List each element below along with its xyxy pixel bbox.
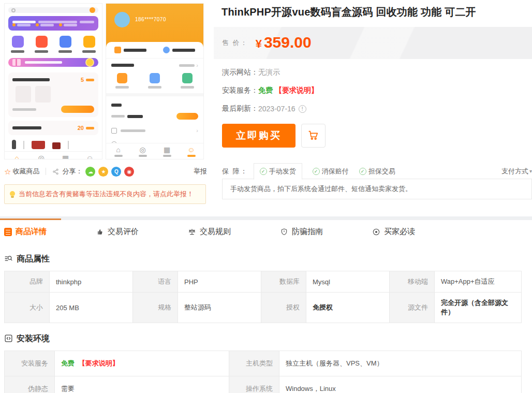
report-warning-banner[interactable]: 当前信息若含有黄赌毒等违法违规不良内容，请点此举报！ [4, 184, 206, 204]
table-row: 品牌 thinkphp 语言 PHP 数据库 Mysql 移动端 Wap+App… [5, 271, 521, 292]
attr-value: 完全开源（含全部源文件） [435, 293, 521, 323]
shelf-pole [68, 141, 69, 149]
guarantee-item-escrow[interactable]: 担保交易 [359, 167, 395, 176]
payment-methods-toggle[interactable]: 支付方式▾ [501, 167, 532, 176]
info-circle-icon[interactable]: ! [299, 105, 306, 113]
tab-product-detail[interactable]: 商品详情 [4, 227, 47, 237]
nav-box: ◎ [130, 146, 155, 157]
skeleton-bar [124, 49, 146, 52]
mock-bottom-nav: ⌂ ◎ ▦ ☺ [106, 143, 203, 159]
search-list-icon [4, 254, 13, 265]
buy-now-button[interactable]: 立即购买 [222, 124, 295, 148]
avatar [114, 12, 130, 27]
card-footer [12, 106, 94, 113]
tab-buyer-must-read[interactable]: 买家必读 [372, 227, 415, 237]
qzone-share-icon[interactable]: ★ [98, 167, 108, 177]
nav-profile: ☺ [179, 146, 203, 157]
skeleton-bar [163, 155, 171, 157]
guarantee-item-label: 手动发货 [269, 167, 296, 176]
install-label: 安装服务： [222, 86, 258, 95]
report-link[interactable]: 举报 [194, 167, 207, 176]
banner-item [36, 23, 54, 26]
buy-row: 立即购买 [214, 124, 532, 148]
order-status-item [148, 73, 161, 89]
tab-anti-fraud-guide[interactable]: 防骗指南 [280, 227, 323, 237]
env-value: 免费 【要求说明】 [55, 351, 229, 376]
banner-footer-row [12, 23, 94, 26]
qq-share-icon[interactable]: Q [111, 167, 121, 177]
table-row: 伪静态 需要 操作系统 Windows，Linux [5, 376, 521, 393]
thumbs-up-icon [96, 228, 104, 236]
open-box-button [61, 106, 94, 113]
shipped-icon [150, 73, 160, 83]
env-label: 主机类型 [229, 351, 279, 376]
environment-heading: 安装环境 [4, 333, 532, 344]
view-all-link: › [179, 63, 198, 68]
coin-icon [114, 47, 121, 53]
env-value: Windows，Linux [279, 376, 521, 393]
open-record-tab [155, 42, 203, 58]
favorite-button[interactable]: ☆ 收藏商品 [4, 167, 39, 176]
table-row: 安装服务 免费 【要求说明】 主机类型 独立主机（服务器、VPS、VM） [5, 351, 521, 376]
skeleton-bar [86, 127, 94, 129]
currency-symbol: ¥ [256, 37, 262, 50]
env-value: 独立主机（服务器、VPS、VM） [279, 351, 521, 376]
install-note-link[interactable]: 【要求说明】 [275, 86, 318, 95]
attr-label: 品牌 [5, 271, 49, 292]
preview-image-user-center[interactable]: 186****7070 › [106, 3, 204, 159]
dot-icon [59, 23, 62, 26]
guarantee-item-label: 消保赔付 [322, 167, 349, 176]
wechat-share-icon[interactable]: ☁ [85, 167, 95, 177]
mock-purple-banner [8, 16, 98, 31]
skeleton-bar [86, 79, 94, 81]
product-info: ThinkPHP开源vue数码盲盒源码 回收功能 功能 可二开 售 价： ¥35… [207, 3, 532, 204]
updated-label: 最后刷新： [222, 104, 258, 113]
app-icon [83, 36, 95, 48]
skeleton-bar [139, 155, 147, 157]
section-separator [0, 216, 532, 220]
nav-home: ⌂ [106, 146, 130, 157]
env-value: 需要 [55, 376, 229, 393]
profile-card: › [106, 42, 203, 143]
detail-book-icon [4, 228, 12, 236]
shield-icon [280, 228, 288, 236]
install-note-link[interactable]: 【要求说明】 [79, 359, 119, 367]
coin-icon [85, 58, 94, 67]
price-banner: 售 价： ¥359.00 [214, 27, 532, 59]
grid-item [11, 36, 24, 53]
attr-label: 数据库 [261, 271, 306, 292]
wallet-row [111, 113, 198, 120]
attr-label: 源文件 [390, 293, 434, 323]
guarantee-item-compensation[interactable]: 消保赔付 [313, 167, 349, 176]
nav-category: ▦ [53, 154, 78, 159]
search-button-dot [90, 7, 95, 13]
capsule-icon: ◎ [139, 146, 145, 153]
prize-shelf [5, 139, 102, 151]
skeleton-bar [179, 64, 195, 67]
attr-value: Wap+App+自适应 [435, 271, 521, 292]
check-circle-icon [359, 168, 366, 175]
section-title: 商品属性 [17, 254, 50, 265]
chevron-right-icon: › [196, 128, 198, 133]
product-thumb [16, 86, 31, 103]
env-label: 操作系统 [229, 376, 279, 393]
tab-trade-reviews[interactable]: 交易评价 [96, 227, 139, 237]
skeleton-bar [25, 61, 62, 64]
attr-value: 整站源码 [178, 293, 261, 323]
table-row: 大小 205 MB 规格 整站源码 授权 免授权 源文件 完全开源（含全部源文件… [5, 293, 521, 323]
app-icon [12, 36, 24, 48]
skeleton-bar [111, 64, 134, 67]
attr-value: PHP [178, 271, 261, 292]
tab-trade-rules[interactable]: 交易规则 [188, 227, 231, 237]
grid-icon: ▦ [62, 154, 69, 159]
product-gallery: 5 [0, 3, 207, 204]
preview-image-app-home[interactable]: 5 [4, 3, 102, 159]
skeleton-bar [12, 78, 50, 81]
weibo-share-icon[interactable]: ◉ [124, 167, 134, 177]
attributes-table: 品牌 thinkphp 语言 PHP 数据库 Mysql 移动端 Wap+App… [4, 271, 522, 323]
banner-item [59, 23, 77, 26]
skeleton-bar [114, 155, 123, 157]
guarantee-item-manual-ship[interactable]: 手动发货 [254, 163, 302, 180]
add-to-cart-button[interactable] [301, 124, 326, 148]
install-service-row: 安装服务： 免费 【要求说明】 [214, 86, 532, 95]
